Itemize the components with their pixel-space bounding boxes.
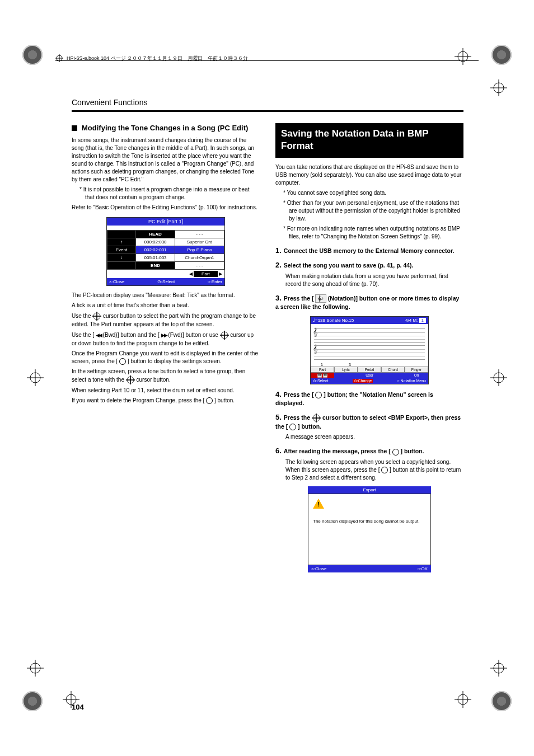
- notation-screenshot: ♩=138 Sonate No.15 4/4 M: 1 𝄞 𝄞 1 3: [310, 316, 429, 384]
- fig-close: ×:Close: [109, 279, 124, 284]
- crop-target-icon: [27, 369, 44, 386]
- footnote-text: You cannot save copyrighted song data.: [287, 190, 387, 196]
- notation-subtabs: 🎹 🎹 User On: [311, 373, 428, 378]
- up-arrow-icon: ↑: [107, 238, 136, 246]
- section-rule: [72, 110, 463, 112]
- fig-select: ⊙:Select: [157, 279, 175, 284]
- crop-target-icon: [490, 369, 507, 386]
- fwd-icon: [161, 331, 167, 339]
- fig-col-head: HEAD: [136, 230, 175, 238]
- measure-badge: 1: [419, 318, 426, 323]
- fig-part-row: ◀ Part ▶: [107, 270, 224, 278]
- step-head: After reading the message, press the [ ]…: [284, 448, 424, 454]
- cursor-cross-icon: [221, 331, 228, 339]
- tab: Finger: [405, 367, 428, 373]
- step-head: Press the [ 𝄞♪ (Notation)] button one or…: [275, 295, 459, 311]
- footnote: * It is not possible to insert a program…: [79, 186, 260, 201]
- crop-target-icon: [27, 660, 44, 677]
- step-6: 6.After reading the message, press the […: [275, 447, 463, 572]
- notation-tabs: Part Lyric Pedal Chord Finger: [311, 367, 428, 373]
- fig-footer: ×:Close ○:OK: [308, 565, 431, 572]
- step-1: 1.Connect the USB memory to the External…: [275, 246, 463, 255]
- footnote: * For more on indicating note names when…: [283, 225, 463, 241]
- page-number: 104: [72, 703, 84, 711]
- fig-enter: ○:Enter: [208, 279, 222, 284]
- body-text: Use the [ (Bwd)] button and the [ (Fwd)]…: [72, 331, 260, 348]
- footnote-text: For more on indicating note names when o…: [287, 226, 460, 240]
- circle-button-icon: [289, 424, 296, 430]
- body-text: Once the Program Change you want to edit…: [72, 350, 260, 365]
- body-text: A tick is a unit of time that's shorter …: [72, 302, 260, 309]
- bwd-icon: [96, 331, 101, 339]
- fig-event-label: Event: [107, 246, 136, 253]
- fig-ok: ○:OK: [417, 566, 428, 571]
- footnote-text: Other than for your own personal enjoyme…: [287, 200, 460, 222]
- cursor-cross-icon: [313, 415, 320, 422]
- print-gear-icon: [491, 691, 512, 711]
- fig-cell: 000:02:030: [136, 238, 175, 246]
- footnote: * You cannot save copyrighted song data.: [283, 189, 463, 197]
- pc-edit-heading: Modifying the Tone Changes in a Song (PC…: [72, 123, 260, 133]
- step-5: 5.Press the cursor button to select <BMP…: [275, 413, 463, 441]
- crop-target-icon: [490, 660, 507, 677]
- print-gear-icon: [22, 45, 43, 65]
- export-msg: The notation displayed for this song can…: [313, 519, 426, 524]
- fig-titlebar: Export: [308, 486, 431, 494]
- cursor-cross-icon: [127, 376, 134, 383]
- fig-cell: Superior Grd: [175, 238, 224, 246]
- fig-col-end: END: [136, 261, 175, 269]
- footnote-text: It is not possible to insert a program c…: [83, 186, 250, 200]
- pc-edit-heading-text: Modifying the Tone Changes in a Song (PC…: [82, 123, 248, 133]
- fig-cell: Pop E.Piano: [175, 246, 224, 253]
- crop-target-icon: [455, 691, 471, 708]
- fig-title-right: 4/4 M:: [405, 318, 418, 323]
- pc-edit-screenshot: PC Edit [Part 1] HEAD- - - ↑000:02:030Su…: [106, 217, 225, 286]
- body-text: In the settings screen, press a tone but…: [72, 368, 260, 384]
- fig-titlebar: PC Edit [Part 1]: [107, 218, 224, 226]
- fig-titlebar: ♩=138 Sonate No.15 4/4 M: 1: [311, 317, 428, 324]
- down-arrow-icon: ↓: [107, 253, 136, 261]
- step-4: 4.Press the [ ] button; the "Notation Me…: [275, 390, 463, 407]
- footnote: * Other than for your own personal enjoy…: [283, 199, 463, 223]
- circle-button-icon: [392, 449, 399, 456]
- step-body: When making notation data from a song yo…: [285, 273, 463, 288]
- step-body: The following screen appears when you se…: [285, 458, 463, 482]
- print-gear-icon: [491, 45, 512, 65]
- tab: Chord: [381, 367, 405, 373]
- step-head: Press the cursor button to select <BMP E…: [275, 414, 461, 430]
- left-column: Modifying the Tone Changes in a Song (PC…: [72, 123, 260, 578]
- crop-target-icon: [455, 48, 471, 65]
- fig-close: ×:Close: [311, 566, 326, 571]
- export-screenshot: Export The notation displayed for this s…: [308, 486, 431, 572]
- fig-part-label: Part: [194, 271, 218, 277]
- circle-button-icon: [206, 397, 213, 404]
- print-gear-icon: [22, 691, 43, 711]
- step-head: Connect the USB memory to the External M…: [284, 247, 455, 254]
- body-text: Use the cursor button to select the part…: [72, 312, 260, 328]
- body-text: The PC-location display uses "Measure: B…: [72, 292, 260, 299]
- step-head: Select the song you want to save (p. 41,…: [284, 262, 414, 269]
- cursor-cross-icon: [93, 312, 101, 320]
- tab: Pedal: [358, 367, 381, 373]
- crop-target-icon: [490, 79, 507, 96]
- fig-ft-item: ⊙:Change: [353, 379, 373, 383]
- body-text: Refer to "Basic Operation of the Editing…: [72, 204, 260, 212]
- tab: Lyric: [334, 367, 358, 373]
- bmp-heading: Saving the Notation Data in BMP Format: [275, 123, 463, 158]
- fig-cell: 002:02:001: [136, 246, 175, 253]
- fig-ft-item: ⊙:Select: [313, 379, 328, 383]
- running-head: Convenient Functions: [72, 98, 463, 107]
- note-list: * It is not possible to insert a program…: [72, 186, 260, 201]
- step-head: Press the [ ] button; the "Notation Menu…: [275, 391, 433, 406]
- warning-icon: [313, 499, 324, 509]
- step-2: 2.Select the song you want to save (p. 4…: [275, 261, 463, 288]
- body-text: In some songs, the instrument sound chan…: [72, 137, 260, 184]
- body-text: When selecting Part 10 or 11, select the…: [72, 387, 260, 395]
- tab: Part: [311, 367, 334, 373]
- body-text: If you want to delete the Program Change…: [72, 397, 260, 405]
- right-column: Saving the Notation Data in BMP Format Y…: [275, 123, 463, 578]
- body-text: You can take notations that are displaye…: [275, 163, 463, 187]
- header-rule: [55, 60, 479, 61]
- fig-cell: ChurchOrgan1: [175, 253, 224, 261]
- fig-title-left: ♩=138 Sonate No.15: [313, 318, 354, 323]
